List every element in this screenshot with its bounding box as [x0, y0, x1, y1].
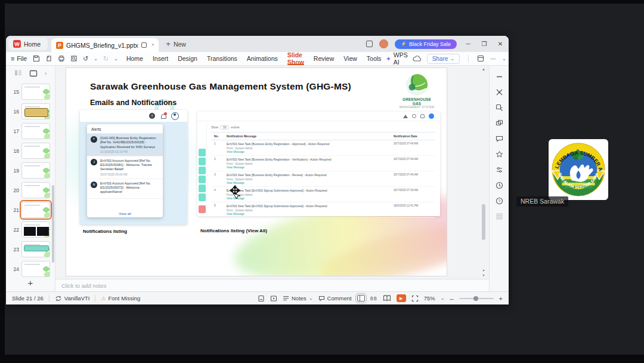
normal-view-button[interactable]	[357, 295, 365, 302]
ribbon-menu-item[interactable]: Animations	[247, 52, 278, 65]
scroll-up-icon[interactable]: ▴	[481, 67, 487, 72]
alert-list-item[interactable]: N EnVISS Account Approved [Ref No. ES/20…	[87, 179, 163, 199]
participant-video-tile[interactable]: LEMBAGA SUMBER ASLI DAN ALAM SEKITAR SAR…	[549, 139, 608, 200]
cloud-sync-icon[interactable]	[413, 56, 421, 62]
slide-thumbnail[interactable]	[21, 222, 50, 238]
alert-list-item[interactable]: J EnVISS Account Approved [Ref No. ES/20…	[87, 156, 163, 179]
more-options-icon[interactable]: ⋯	[490, 56, 496, 62]
history-clock-icon[interactable]	[496, 182, 503, 189]
view-message-link[interactable]: View Message	[227, 150, 394, 153]
sidebar-menu-item[interactable]	[199, 176, 206, 183]
reading-view-button[interactable]	[383, 295, 391, 302]
notification-table-row[interactable]: 1 EnVISS New Task [Business Entity Regis…	[211, 140, 435, 156]
undo-icon[interactable]: ↺	[83, 55, 88, 63]
restore-button[interactable]: ❐	[479, 41, 489, 47]
info-icon[interactable]: i	[149, 113, 155, 119]
ribbon-menu-item[interactable]: Design	[178, 52, 197, 65]
zoom-caret-icon[interactable]: ⌄	[441, 296, 445, 301]
user-avatar-icon[interactable]	[171, 112, 179, 120]
black-friday-sale-button[interactable]: ⚡ Black Friday Sale	[395, 39, 457, 49]
share-button[interactable]: Share ⌄	[427, 54, 460, 64]
thumbnail-view-icon[interactable]	[29, 70, 38, 77]
collapse-ribbon-icon[interactable]: ⌄	[502, 56, 506, 61]
bell-notification-icon[interactable]	[160, 113, 166, 119]
view-message-link[interactable]: View Message	[227, 197, 394, 200]
sidebar-menu-item[interactable]	[199, 167, 206, 174]
collapse-panel-icon[interactable]: ›	[45, 70, 47, 76]
slide-thumbnail-row[interactable]: 15	[6, 82, 55, 101]
view-message-link[interactable]: View Message	[227, 213, 394, 216]
add-slide-button[interactable]: +	[6, 278, 55, 288]
wps-home-tab[interactable]: W Home	[8, 38, 48, 50]
slide-indicator[interactable]: Slide 21 / 26	[12, 295, 44, 302]
minimize-button[interactable]: ─	[463, 41, 473, 47]
notification-table-row[interactable]: 4 EnVISS New Task [EnVISS Signup Submiss…	[211, 187, 435, 202]
ribbon-menu-item[interactable]: Review	[314, 52, 334, 65]
zoom-out-button[interactable]: –	[450, 295, 453, 302]
notification-table-row[interactable]: 3 EnVISS New Task [Business Entity Regis…	[211, 171, 435, 187]
alert-list-item[interactable]: T [GHG-MS] Business Entity Registration …	[87, 134, 163, 156]
present-from-current-icon[interactable]	[270, 295, 277, 302]
panel-scrollbar[interactable]	[52, 185, 54, 263]
start-slideshow-button[interactable]: ▶	[397, 294, 406, 302]
new-tab-button[interactable]: + New	[166, 39, 186, 48]
slide-thumbnail-row[interactable]: 20	[6, 180, 55, 200]
tab-preview-icon[interactable]	[141, 42, 147, 48]
close-button[interactable]: ✕	[496, 41, 505, 47]
account-avatar[interactable]	[379, 39, 388, 48]
print-preview-icon[interactable]	[70, 55, 78, 62]
undo-caret-icon[interactable]: ⌄	[94, 56, 98, 61]
slide-thumbnail[interactable]	[21, 123, 50, 139]
slide-thumbnail-row[interactable]: 23	[6, 239, 55, 259]
sidebar-logout-item[interactable]	[199, 205, 206, 213]
outline-view-icon[interactable]	[14, 70, 22, 77]
slide-thumbnail-row[interactable]: 18	[6, 141, 55, 161]
settings-sliders-icon[interactable]	[496, 166, 503, 174]
comment-button[interactable]: Comment	[318, 295, 352, 302]
entries-per-page-select[interactable]: 10	[220, 125, 229, 130]
scrollbar-thumb[interactable]	[482, 204, 485, 240]
prev-next-slide-buttons[interactable]: ▴ ▾	[481, 267, 487, 278]
save-icon[interactable]	[33, 55, 40, 62]
fit-to-window-icon[interactable]	[411, 295, 419, 302]
ribbon-layout-icon[interactable]	[477, 55, 484, 62]
document-tab[interactable]: P GHGMS_Briefing_v1.pptx *	[51, 38, 159, 52]
alerts-view-all-link[interactable]: View all	[87, 210, 163, 217]
slide-sorter-view-button[interactable]: 88	[370, 296, 377, 302]
ribbon-menu-item[interactable]: Home	[126, 52, 143, 65]
sidebar-menu-item[interactable]	[199, 184, 206, 192]
notification-table-row[interactable]: 5 EnVISS New Task [EnVISS Signup Submiss…	[211, 202, 435, 218]
home-icon[interactable]	[403, 115, 408, 118]
ribbon-menu-item[interactable]: Slide Show	[287, 52, 304, 65]
slide-thumbnail[interactable]	[21, 261, 50, 277]
slide-thumbnail-row[interactable]: 17	[6, 121, 55, 141]
view-message-link[interactable]: View Message	[227, 166, 394, 169]
notes-bar[interactable]: Click to add notes	[55, 279, 489, 291]
slide-thumbnail[interactable]	[21, 202, 50, 218]
sidebar-menu-item[interactable]	[199, 149, 206, 156]
slide-thumbnail-row[interactable]: 22	[6, 220, 55, 239]
slide-thumbnail-row[interactable]: 24	[6, 259, 55, 279]
collapse-sidebar-icon[interactable]	[496, 73, 503, 81]
slide-thumbnail[interactable]	[21, 103, 50, 119]
workspace-layout-icon[interactable]	[366, 41, 373, 47]
file-menu-button[interactable]: ≡ File	[11, 55, 27, 62]
slide-thumbnail-row[interactable]: 16	[6, 101, 55, 121]
sidebar-menu-item[interactable]	[199, 158, 206, 165]
profile-avatar[interactable]	[429, 113, 434, 119]
slide-notes-icon[interactable]	[258, 295, 265, 302]
gear-icon[interactable]	[412, 114, 416, 118]
theme-selector[interactable]: VanillaVTI	[55, 295, 90, 302]
ribbon-menu-item[interactable]: Insert	[153, 52, 168, 65]
print-icon[interactable]	[58, 55, 65, 62]
slide-thumbnail[interactable]	[21, 84, 50, 100]
shapes-icon[interactable]	[496, 119, 503, 127]
favorites-star-icon[interactable]	[496, 150, 503, 158]
slide-thumbnail-row[interactable]: 21	[6, 200, 55, 220]
translate-icon[interactable]	[496, 104, 503, 112]
slide-thumbnail[interactable]	[21, 182, 50, 198]
slide-thumbnail[interactable]	[21, 143, 50, 159]
export-icon[interactable]	[45, 55, 52, 62]
ribbon-menu-item[interactable]: Tools	[367, 52, 382, 65]
view-message-link[interactable]: View Message	[227, 182, 394, 184]
